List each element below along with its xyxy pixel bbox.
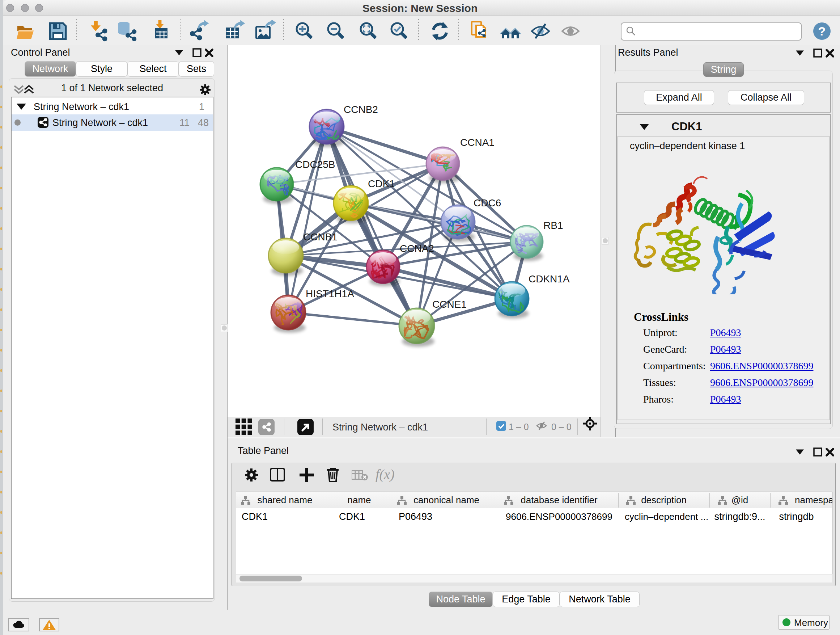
svg-text:CCNE1: CCNE1 <box>432 299 467 310</box>
svg-text:HIST1H1A: HIST1H1A <box>306 288 354 299</box>
svg-text:CCNA2: CCNA2 <box>400 243 434 254</box>
svg-text:CCNB1: CCNB1 <box>303 231 338 242</box>
svg-text:CCNB2: CCNB2 <box>344 104 378 115</box>
svg-text:CDKN1A: CDKN1A <box>529 273 570 285</box>
svg-text:CDC25B: CDC25B <box>295 159 335 170</box>
svg-text:CCNA1: CCNA1 <box>460 137 494 148</box>
svg-text:CDC6: CDC6 <box>474 197 501 209</box>
svg-text:CDK1: CDK1 <box>368 178 395 189</box>
svg-text:RB1: RB1 <box>543 220 563 231</box>
